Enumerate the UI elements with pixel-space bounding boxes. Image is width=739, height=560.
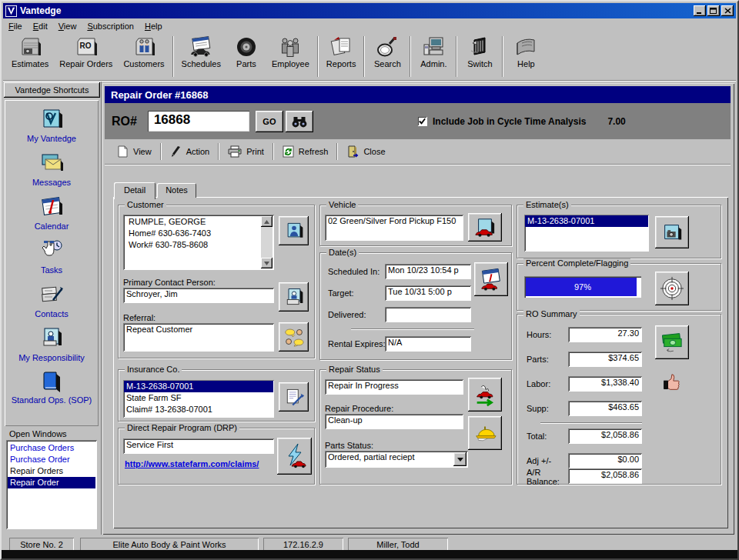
sidebar: Vantedge Shortcuts My Vantedge Messages … [3,82,102,535]
money-button[interactable] [655,325,689,359]
checkmark-icon [418,117,426,125]
close-ro-button[interactable]: Close [340,142,391,161]
estimates-button[interactable] [655,216,689,248]
toolbar-search[interactable]: Search [367,33,407,80]
rental-expires-input[interactable]: N/A [385,336,471,352]
cycle-time-group: Include Job in Cycle Time Analysis 7.00 [417,103,626,139]
action-separator [336,143,338,160]
estimates-list[interactable]: M-13-2638-07001 [524,215,649,252]
drp-input[interactable]: Service First [123,438,274,454]
open-window-item[interactable]: Purchase Order [8,454,95,465]
ro-number-input[interactable]: 16868 [148,111,249,132]
my-vantedge-icon [38,106,65,132]
drp-button[interactable] [277,438,312,475]
tab-notes[interactable]: Notes [157,183,196,198]
dropdown-arrow-icon[interactable] [453,452,466,466]
find-button[interactable] [286,111,313,132]
insurance-group: Insurance Co. M-13-2638-07001 State Farm… [118,369,315,422]
repair-status-input[interactable]: Repair In Progress [325,379,463,395]
customer-info-box[interactable]: RUMPLE, GEORGE Home# 630-636-7403 Work# … [123,215,274,270]
sidebar-item-tasks[interactable]: Tasks [38,238,65,275]
toolbar-estimates[interactable]: Estimates [6,33,54,80]
window-title: Vantedge [20,5,692,16]
toolbar-repair-orders[interactable]: RO Repair Orders [54,33,118,80]
insurance-item-selected[interactable]: M-13-2638-07001 [124,381,273,392]
customer-scrollbar[interactable] [261,216,273,268]
sidebar-item-messages[interactable]: Messages [32,150,71,187]
toolbar-reports[interactable]: Reports [321,33,362,80]
open-window-item[interactable]: Repair Orders [8,465,95,477]
go-button[interactable]: GO [256,111,283,132]
estimate-folder-camera-icon [660,221,684,244]
repair-procedure-input[interactable]: Clean-up [325,414,463,429]
open-window-item-selected[interactable]: Repair Order [8,477,95,488]
action-pen-icon [170,145,182,158]
toolbar-customers[interactable]: Customers [118,33,169,80]
toolbar-label: Estimates [12,59,48,68]
sidebar-item-calendar[interactable]: Calendar [35,194,69,231]
view-button[interactable]: View [111,142,158,161]
toolbar-employee[interactable]: Employee [266,33,315,80]
sidebar-item-label: My Responsibility [18,353,85,362]
toolbar-parts[interactable]: Parts [226,33,266,80]
refresh-button[interactable]: Refresh [276,142,335,161]
menu-file[interactable]: File [3,20,28,32]
referral-input[interactable]: Repeat Customer [123,323,274,352]
primary-contact-button[interactable] [279,282,309,312]
insurance-item[interactable]: Claim# 13-2638-07001 [124,404,273,415]
drp-link[interactable]: http://www.statefarm.com/claims/ [125,459,274,468]
menu-subscription[interactable]: Subscription [82,20,139,32]
vehicle-button[interactable] [468,213,502,242]
scroll-up-icon[interactable] [261,216,273,227]
insurance-item[interactable]: State Farm SF [124,392,273,404]
customer-detail-button[interactable] [279,216,309,245]
primary-contact-input[interactable]: Schroyer, Jim [123,288,274,303]
open-windows-label: Open Windows [9,429,67,438]
sidebar-item-label: Tasks [41,265,62,275]
tab-detail[interactable]: Detail [114,182,155,199]
print-button[interactable]: Print [222,142,270,161]
close-button[interactable] [721,5,734,16]
cycle-time-value: 7.00 [607,116,625,127]
repair-status-button[interactable] [468,378,502,412]
toolbar-admin[interactable]: Admin. [413,33,453,80]
insurance-button[interactable] [279,382,309,412]
cycle-time-label: Include Job in Cycle Time Analysis [433,116,586,127]
status-company: Elite Auto Body & Paint Works [80,538,259,551]
delivered-input[interactable] [385,307,471,322]
toolbar-help[interactable]: Help [506,33,546,80]
sidebar-header[interactable]: Vantedge Shortcuts [4,82,100,98]
search-icon [374,35,400,58]
toolbar-switch[interactable]: Switch [460,33,500,80]
estimates-group: Estimate(s) M-13-2638-07001 [517,205,721,258]
total-label: Total: [527,432,547,441]
estimate-item-selected[interactable]: M-13-2638-07001 [525,215,648,227]
repair-procedure-button[interactable] [468,416,502,450]
sidebar-item-standard-ops[interactable]: Standard Ops. (SOP) [12,369,92,405]
parts-status-dropdown[interactable]: Ordered, partial reciept [325,451,468,468]
target-input[interactable]: Tue 10/31 5:00 p [385,285,471,301]
customer-folder-icon [283,220,305,242]
estimates-icon [17,35,43,58]
scheduled-in-input[interactable]: Mon 10/23 10:54 p [385,264,471,279]
dates-button[interactable] [474,262,508,296]
vehicle-info-box[interactable]: 02 Green/Silver Ford Pickup F150 [325,215,463,241]
menu-view[interactable]: View [53,20,82,32]
hours-label: Hours: [527,330,551,339]
open-window-item[interactable]: Purchase Orders [8,442,95,454]
insurance-list[interactable]: M-13-2638-07001 State Farm SF Claim# 13-… [123,380,274,418]
scroll-down-icon[interactable] [261,258,273,268]
sidebar-item-my-responsibility[interactable]: My Responsibility [18,325,85,362]
adj-value: $0.00 [568,453,642,468]
minimize-button[interactable] [694,5,706,16]
menu-edit[interactable]: Edit [28,20,53,32]
referral-button[interactable] [279,322,309,352]
flagging-button[interactable] [655,272,689,305]
maximize-button[interactable] [707,5,720,16]
sidebar-item-contacts[interactable]: Contacts [35,282,68,318]
toolbar-schedules[interactable]: Schedules [176,33,226,80]
menu-help[interactable]: Help [139,20,168,32]
cycle-time-checkbox[interactable] [417,116,427,126]
sidebar-item-my-vantedge[interactable]: My Vantedge [27,106,76,143]
action-button[interactable]: Action [164,142,216,161]
